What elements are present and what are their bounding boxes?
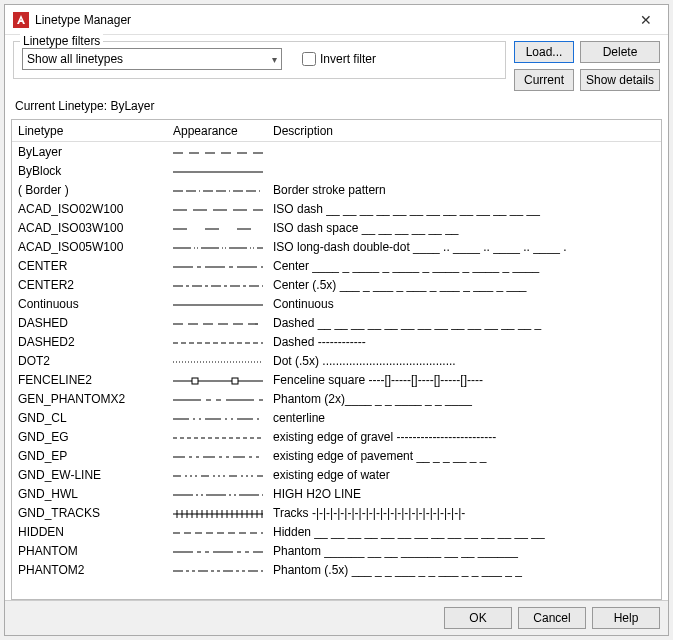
linetype-description: Phantom (.5x) ___ _ _ ___ _ _ ___ _ _ __… [273,563,655,577]
help-button[interactable]: Help [592,607,660,629]
dialog-footer: OK Cancel Help [5,600,668,635]
header-appearance[interactable]: Appearance [173,124,273,138]
table-row[interactable]: GND_TRACKSTracks -|-|-|-|-|-|-|-|-|-|-|-… [12,503,661,522]
table-row[interactable]: PHANTOM2Phantom (.5x) ___ _ _ ___ _ _ __… [12,560,661,579]
table-row[interactable]: ACAD_ISO03W100ISO dash space __ __ __ __… [12,218,661,237]
linetype-name: HIDDEN [18,525,173,539]
linetype-name: FENCELINE2 [18,373,173,387]
linetype-appearance [173,258,273,274]
upper-area: Linetype filters Show all linetypes ▾ In… [5,35,668,95]
table-row[interactable]: DASHED2Dashed ------------ [12,332,661,351]
linetype-name: DASHED [18,316,173,330]
linetype-name: GND_HWL [18,487,173,501]
linetype-description: centerline [273,411,655,425]
linetype-appearance [173,429,273,445]
linetype-list: Linetype Appearance Description ByLayerB… [11,119,662,600]
close-button[interactable]: ✕ [632,10,660,30]
linetype-appearance [173,163,273,179]
linetype-name: Continuous [18,297,173,311]
linetype-appearance [173,524,273,540]
table-row[interactable]: ByBlock [12,161,661,180]
linetype-description: existing edge of water [273,468,655,482]
linetype-description: Center (.5x) ___ _ ___ _ ___ _ ___ _ ___… [273,278,655,292]
load-button[interactable]: Load... [514,41,574,63]
linetype-description: existing edge of gravel ----------------… [273,430,655,444]
header-description[interactable]: Description [273,124,655,138]
linetype-description: Dashed __ __ __ __ __ __ __ __ __ __ __ … [273,316,655,330]
svg-rect-0 [13,12,29,28]
linetype-name: PHANTOM [18,544,173,558]
invert-filter-checkbox[interactable]: Invert filter [302,52,376,66]
linetype-description: Continuous [273,297,655,311]
linetype-name: ACAD_ISO05W100 [18,240,173,254]
current-button[interactable]: Current [514,69,574,91]
table-row[interactable]: GEN_PHANTOMX2Phantom (2x)____ _ _ ____ _… [12,389,661,408]
current-linetype-value: ByLayer [110,99,154,113]
linetype-description: Fenceline square ----[]-----[]----[]----… [273,373,655,387]
svg-rect-14 [192,378,198,384]
svg-rect-15 [232,378,238,384]
linetype-name: DOT2 [18,354,173,368]
linetype-name: GND_EP [18,449,173,463]
linetype-description: Phantom ______ __ __ ______ __ __ ______ [273,544,655,558]
invert-filter-label: Invert filter [320,52,376,66]
app-icon [13,12,29,28]
linetype-name: ByBlock [18,164,173,178]
cancel-button[interactable]: Cancel [518,607,586,629]
linetype-description: existing edge of pavement __ _ _ __ _ _ [273,449,655,463]
delete-button[interactable]: Delete [580,41,660,63]
linetype-appearance [173,296,273,312]
table-row[interactable]: ACAD_ISO02W100ISO dash __ __ __ __ __ __… [12,199,661,218]
linetype-appearance [173,334,273,350]
list-header: Linetype Appearance Description [12,120,661,142]
table-row[interactable]: CENTER2Center (.5x) ___ _ ___ _ ___ _ __… [12,275,661,294]
filter-selected-value: Show all linetypes [27,52,123,66]
table-row[interactable]: GND_HWLHIGH H2O LINE [12,484,661,503]
linetype-name: CENTER2 [18,278,173,292]
linetype-appearance [173,448,273,464]
linetype-appearance [173,353,273,369]
linetype-appearance [173,201,273,217]
linetype-description: Hidden __ __ __ __ __ __ __ __ __ __ __ … [273,525,655,539]
header-linetype[interactable]: Linetype [18,124,173,138]
current-linetype-row: Current Linetype: ByLayer [5,95,668,119]
filter-group-label: Linetype filters [20,34,103,48]
linetype-appearance [173,562,273,578]
linetype-description: Dot (.5x) ..............................… [273,354,655,368]
filter-select[interactable]: Show all linetypes ▾ [22,48,282,70]
linetype-name: CENTER [18,259,173,273]
table-row[interactable]: PHANTOMPhantom ______ __ __ ______ __ __… [12,541,661,560]
linetype-name: GND_CL [18,411,173,425]
linetype-name: GND_EG [18,430,173,444]
table-row[interactable]: HIDDENHidden __ __ __ __ __ __ __ __ __ … [12,522,661,541]
linetype-description: Phantom (2x)____ _ _ ____ _ _ ____ [273,392,655,406]
table-row[interactable]: GND_CLcenterline [12,408,661,427]
ok-button[interactable]: OK [444,607,512,629]
linetype-name: GND_EW-LINE [18,468,173,482]
table-row[interactable]: DASHEDDashed __ __ __ __ __ __ __ __ __ … [12,313,661,332]
linetype-description: ISO long-dash double-dot ____ .. ____ ..… [273,240,655,254]
table-row[interactable]: GND_EG existing edge of gravel ---------… [12,427,661,446]
linetype-name: ByLayer [18,145,173,159]
linetype-appearance [173,543,273,559]
linetype-name: ( Border ) [18,183,173,197]
table-row[interactable]: ACAD_ISO05W100ISO long-dash double-dot _… [12,237,661,256]
table-row[interactable]: ContinuousContinuous [12,294,661,313]
table-row[interactable]: ByLayer [12,142,661,161]
linetype-name: ACAD_ISO03W100 [18,221,173,235]
linetype-appearance [173,220,273,236]
filter-group: Linetype filters Show all linetypes ▾ In… [13,41,506,79]
linetype-name: PHANTOM2 [18,563,173,577]
linetype-appearance [173,277,273,293]
linetype-manager-dialog: Linetype Manager ✕ Linetype filters Show… [4,4,669,636]
table-row[interactable]: GND_EW-LINEexisting edge of water [12,465,661,484]
table-row[interactable]: CENTERCenter ____ _ ____ _ ____ _ ____ _… [12,256,661,275]
table-row[interactable]: DOT2Dot (.5x) ..........................… [12,351,661,370]
show-details-button[interactable]: Show details [580,69,660,91]
table-row[interactable]: FENCELINE2Fenceline square ----[]-----[]… [12,370,661,389]
table-row[interactable]: ( Border )Border stroke pattern [12,180,661,199]
window-title: Linetype Manager [35,13,632,27]
linetype-appearance [173,486,273,502]
table-row[interactable]: GND_EP existing edge of pavement __ _ _ … [12,446,661,465]
invert-filter-input[interactable] [302,52,316,66]
